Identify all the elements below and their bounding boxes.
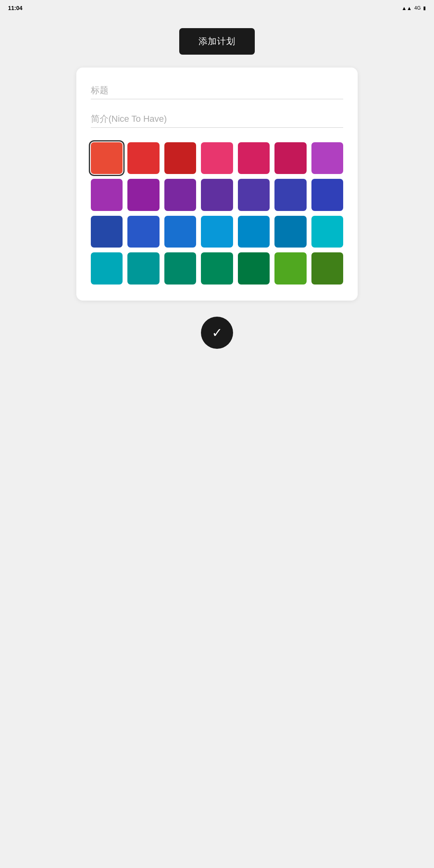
color-swatch-c28[interactable]: [311, 252, 343, 284]
color-swatch-c15[interactable]: [91, 216, 123, 248]
color-swatch-c17[interactable]: [164, 216, 196, 248]
color-swatch-c4[interactable]: [201, 142, 233, 174]
description-input[interactable]: [91, 111, 343, 128]
color-palette: [91, 142, 343, 285]
color-swatch-c3[interactable]: [164, 142, 196, 174]
checkmark-icon: ✓: [212, 326, 223, 339]
status-time: 11:04: [8, 5, 23, 11]
color-swatch-c14[interactable]: [311, 179, 343, 211]
status-icons: ▲▲ 4G ▮: [401, 5, 426, 11]
color-swatch-c12[interactable]: [238, 179, 270, 211]
status-bar: 11:04 ▲▲ 4G ▮: [0, 0, 434, 16]
color-swatch-c19[interactable]: [238, 216, 270, 248]
color-swatch-c9[interactable]: [127, 179, 159, 211]
color-swatch-c16[interactable]: [127, 216, 159, 248]
signal-text: 4G: [414, 5, 421, 11]
color-swatch-c13[interactable]: [274, 179, 306, 211]
color-swatch-c24[interactable]: [164, 252, 196, 284]
form-card: [76, 68, 358, 301]
confirm-button[interactable]: ✓: [201, 317, 233, 349]
color-swatch-c7[interactable]: [311, 142, 343, 174]
color-swatch-c21[interactable]: [311, 216, 343, 248]
battery-icon: ▮: [423, 5, 426, 11]
color-swatch-c25[interactable]: [201, 252, 233, 284]
color-swatch-c23[interactable]: [127, 252, 159, 284]
color-swatch-c8[interactable]: [91, 179, 123, 211]
color-swatch-c5[interactable]: [238, 142, 270, 174]
color-swatch-c27[interactable]: [274, 252, 306, 284]
title-input[interactable]: [91, 82, 343, 99]
main-content: 添加计划 ✓: [0, 16, 434, 602]
color-swatch-c26[interactable]: [238, 252, 270, 284]
network-icon: ▲▲: [401, 5, 412, 11]
color-swatch-c18[interactable]: [201, 216, 233, 248]
add-plan-button[interactable]: 添加计划: [179, 28, 255, 55]
color-swatch-c1[interactable]: [91, 142, 123, 174]
color-swatch-c11[interactable]: [201, 179, 233, 211]
color-swatch-c6[interactable]: [274, 142, 306, 174]
color-swatch-c2[interactable]: [127, 142, 159, 174]
color-swatch-c22[interactable]: [91, 252, 123, 284]
color-swatch-c20[interactable]: [274, 216, 306, 248]
color-swatch-c10[interactable]: [164, 179, 196, 211]
